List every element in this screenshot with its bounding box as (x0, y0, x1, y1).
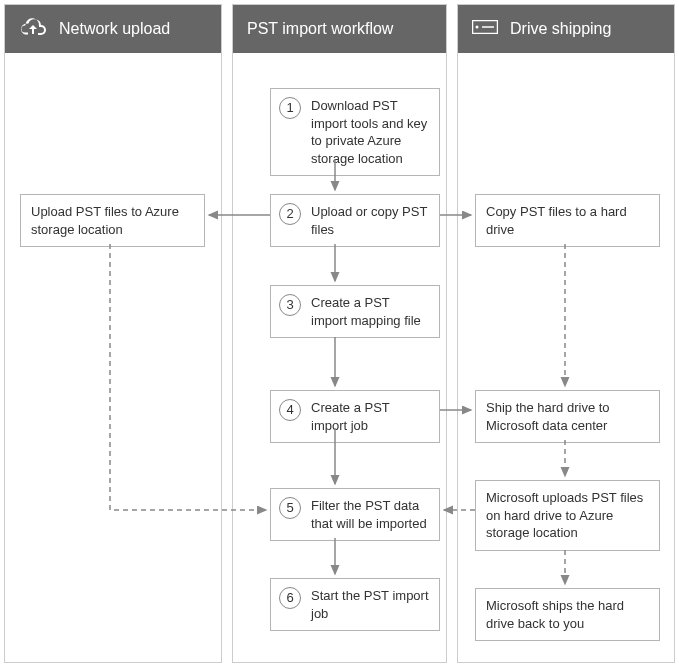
svg-point-1 (476, 26, 479, 29)
step-text: Create a PST import job (311, 400, 390, 433)
column-drive-shipping: Drive shipping (457, 4, 675, 663)
box-text: Upload PST files to Azure storage locati… (31, 204, 179, 237)
column-title: PST import workflow (247, 20, 393, 38)
column-header-network-upload: Network upload (5, 5, 221, 53)
box-ship-drive: Ship the hard drive to Microsoft data ce… (475, 390, 660, 443)
step-text: Create a PST import mapping file (311, 295, 421, 328)
step-filter-data: 5 Filter the PST data that will be impor… (270, 488, 440, 541)
box-upload-azure: Upload PST files to Azure storage locati… (20, 194, 205, 247)
box-ms-ships-back: Microsoft ships the hard drive back to y… (475, 588, 660, 641)
step-number: 4 (279, 399, 301, 421)
step-text: Download PST import tools and key to pri… (311, 98, 427, 166)
step-mapping-file: 3 Create a PST import mapping file (270, 285, 440, 338)
column-header-drive-shipping: Drive shipping (458, 5, 674, 53)
step-upload-copy: 2 Upload or copy PST files (270, 194, 440, 247)
step-number: 5 (279, 497, 301, 519)
cloud-upload-icon (19, 17, 47, 41)
step-text: Upload or copy PST files (311, 204, 427, 237)
step-number: 1 (279, 97, 301, 119)
step-text: Start the PST import job (311, 588, 429, 621)
hard-drive-icon (472, 20, 498, 38)
box-text: Ship the hard drive to Microsoft data ce… (486, 400, 610, 433)
box-text: Copy PST files to a hard drive (486, 204, 627, 237)
step-start-job: 6 Start the PST import job (270, 578, 440, 631)
step-number: 6 (279, 587, 301, 609)
column-title: Drive shipping (510, 20, 611, 38)
step-download-tools: 1 Download PST import tools and key to p… (270, 88, 440, 176)
box-text: Microsoft uploads PST files on hard driv… (486, 490, 643, 540)
box-text: Microsoft ships the hard drive back to y… (486, 598, 624, 631)
column-title: Network upload (59, 20, 170, 38)
column-network-upload: Network upload (4, 4, 222, 663)
column-header-workflow: PST import workflow (233, 5, 446, 53)
box-ms-uploads: Microsoft uploads PST files on hard driv… (475, 480, 660, 551)
step-number: 3 (279, 294, 301, 316)
box-copy-hard-drive: Copy PST files to a hard drive (475, 194, 660, 247)
step-create-job: 4 Create a PST import job (270, 390, 440, 443)
step-number: 2 (279, 203, 301, 225)
step-text: Filter the PST data that will be importe… (311, 498, 427, 531)
